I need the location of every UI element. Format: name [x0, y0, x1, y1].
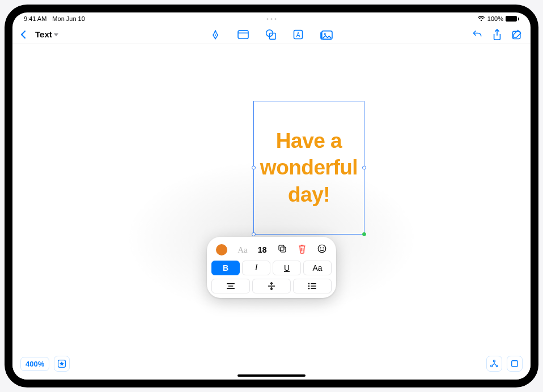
list-button[interactable]	[293, 279, 332, 293]
media-tool-icon[interactable]	[320, 29, 333, 40]
delete-button[interactable]	[298, 244, 307, 256]
vertical-align-button[interactable]	[252, 279, 291, 293]
svg-rect-11	[279, 245, 284, 250]
svg-rect-1	[238, 30, 248, 38]
multitask-dots[interactable]	[267, 18, 277, 20]
minimap-button[interactable]	[507, 356, 523, 372]
wifi-icon	[477, 16, 485, 22]
resize-handle-bottom-left[interactable]	[252, 232, 256, 236]
more-button[interactable]	[317, 244, 327, 256]
underline-button[interactable]: U	[273, 261, 301, 275]
align-button[interactable]	[211, 279, 250, 293]
zoom-level-button[interactable]: 400%	[20, 357, 49, 371]
text-tool-icon[interactable]: A	[292, 29, 304, 40]
text-case-button[interactable]: Aa	[303, 261, 332, 275]
svg-point-0	[215, 34, 216, 35]
compose-button[interactable]	[511, 29, 523, 40]
tool-title[interactable]: Text	[35, 29, 58, 39]
share-button[interactable]	[492, 28, 502, 41]
undo-button[interactable]	[472, 29, 483, 40]
svg-point-19	[308, 283, 309, 284]
shape-tool-icon[interactable]	[265, 29, 277, 40]
tool-title-label: Text	[35, 29, 52, 39]
color-picker-button[interactable]	[216, 244, 227, 255]
svg-point-26	[493, 360, 495, 362]
chevron-down-icon	[54, 31, 58, 37]
italic-button[interactable]: I	[242, 261, 270, 275]
battery-label: 100%	[487, 15, 503, 22]
favorite-view-button[interactable]	[54, 356, 70, 372]
home-indicator[interactable]	[237, 374, 306, 377]
svg-point-14	[323, 248, 324, 249]
back-button[interactable]	[20, 30, 26, 39]
svg-point-8	[324, 33, 326, 35]
canvas[interactable]: Have a wonderful day! Aa 18	[12, 44, 531, 380]
svg-point-12	[318, 245, 326, 253]
ipad-frame: 9:41 AM Mon Jun 10 100% Text	[5, 5, 538, 387]
svg-rect-10	[281, 247, 286, 252]
resize-handle-left[interactable]	[252, 166, 256, 170]
toolbar: Text A	[12, 25, 531, 44]
svg-text:A: A	[296, 32, 300, 38]
duplicate-button[interactable]	[277, 244, 287, 256]
svg-rect-29	[512, 361, 518, 367]
selected-text-box[interactable]: Have a wonderful day!	[253, 101, 364, 235]
font-family-button[interactable]: Aa	[237, 245, 248, 255]
pen-tool-icon[interactable]	[210, 29, 221, 40]
svg-point-21	[308, 286, 309, 287]
format-popover: Aa 18 B I U Aa	[207, 237, 336, 298]
svg-point-23	[308, 288, 309, 289]
resize-handle-bottom-right[interactable]	[362, 232, 366, 236]
note-tool-icon[interactable]	[237, 29, 249, 40]
diagram-view-button[interactable]	[486, 356, 502, 372]
resize-handle-right[interactable]	[362, 166, 366, 170]
screen: 9:41 AM Mon Jun 10 100% Text	[12, 12, 531, 380]
clock: 9:41 AM	[24, 15, 46, 22]
font-size-button[interactable]: 18	[258, 245, 267, 254]
text-content[interactable]: Have a wonderful day!	[254, 101, 364, 234]
bold-button[interactable]: B	[211, 261, 240, 275]
battery-icon	[506, 16, 519, 22]
svg-point-13	[320, 248, 321, 249]
date: Mon Jun 10	[52, 15, 84, 22]
